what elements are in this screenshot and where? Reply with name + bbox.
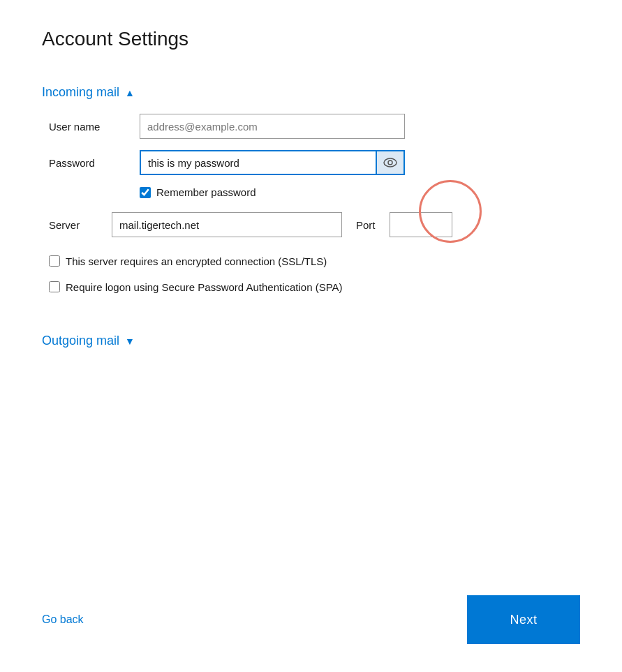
port-input[interactable] [390, 212, 452, 237]
incoming-mail-chevron: ▲ [125, 87, 135, 98]
outgoing-mail-label: Outgoing mail [42, 334, 119, 348]
next-button[interactable]: Next [467, 595, 580, 644]
incoming-mail-section-header[interactable]: Incoming mail ▲ [42, 85, 580, 100]
username-input[interactable] [140, 114, 405, 139]
ssl-row: This server requires an encrypted connec… [49, 254, 580, 269]
footer: Go back Next [42, 595, 580, 644]
password-input[interactable] [140, 150, 377, 175]
ssl-label: This server requires an encrypted connec… [66, 254, 327, 269]
incoming-mail-form: User name Password Remember password [49, 114, 580, 306]
incoming-mail-label: Incoming mail [42, 85, 119, 100]
outgoing-mail-section: Outgoing mail ▼ [42, 334, 580, 362]
eye-icon [383, 158, 397, 167]
spa-row: Require logon using Secure Password Auth… [49, 280, 580, 294]
password-row: Password [49, 150, 580, 175]
page-title: Account Settings [42, 28, 580, 50]
toggle-password-button[interactable] [377, 150, 405, 175]
remember-password-label: Remember password [156, 186, 256, 198]
username-label: User name [49, 121, 140, 133]
page-container: Account Settings Incoming mail ▲ User na… [0, 0, 622, 672]
svg-point-0 [384, 158, 397, 167]
username-row: User name [49, 114, 580, 139]
remember-password-checkbox[interactable] [140, 187, 151, 198]
outgoing-mail-chevron: ▼ [125, 336, 135, 347]
svg-point-1 [388, 160, 392, 165]
go-back-button[interactable]: Go back [42, 613, 84, 626]
port-label: Port [356, 219, 376, 231]
spa-checkbox[interactable] [49, 281, 60, 292]
server-label: Server [49, 219, 98, 231]
spa-label: Require logon using Secure Password Auth… [66, 280, 343, 294]
server-port-row: Server Port [49, 212, 580, 237]
remember-row: Remember password [140, 186, 580, 198]
server-input[interactable] [112, 212, 342, 237]
password-label: Password [49, 157, 140, 169]
password-wrapper [140, 150, 405, 175]
outgoing-mail-section-header[interactable]: Outgoing mail ▼ [42, 334, 580, 348]
ssl-checkbox[interactable] [49, 255, 60, 267]
